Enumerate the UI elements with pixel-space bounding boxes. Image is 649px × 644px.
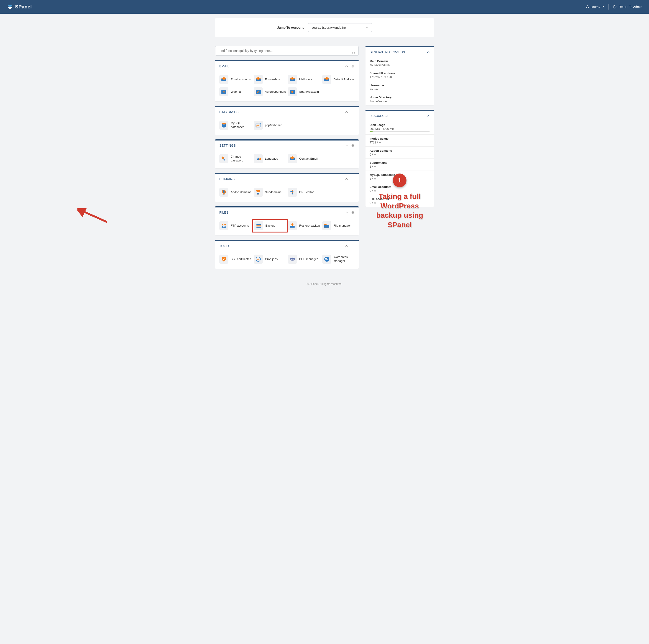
svg-text:php: php: [291, 258, 294, 260]
email-accounts[interactable]: Email accounts: [219, 75, 252, 84]
section-header: DOMAINS: [215, 174, 359, 184]
resources-header[interactable]: RESOURCES: [365, 111, 434, 121]
ftp-accounts[interactable]: FTP accounts: [219, 221, 252, 231]
return-to-admin-link[interactable]: Return To Admin: [613, 5, 642, 9]
mail-route[interactable]: Mail route: [288, 75, 320, 84]
move-icon[interactable]: [351, 65, 354, 68]
section-header: FILES: [215, 208, 359, 217]
svg-point-19: [224, 224, 226, 225]
autoresponders-icon: A: [254, 87, 263, 96]
move-icon[interactable]: [351, 244, 354, 248]
forwarders[interactable]: Forwarders: [254, 75, 286, 84]
resource-row: Disk usage202 MB / 4096 MB: [365, 121, 434, 134]
chevron-up-icon[interactable]: [345, 144, 348, 147]
fn-label: Mail route: [299, 78, 312, 82]
fn-label: Change password: [231, 155, 252, 163]
svg-rect-22: [256, 226, 261, 227]
language[interactable]: AALanguage: [254, 154, 286, 164]
language-icon: AA: [254, 154, 263, 163]
fn-label: SpamAssassin: [299, 90, 319, 94]
annotation: 1 Taking a full WordPress backup using S…: [365, 174, 434, 229]
default-address[interactable]: Default Address: [322, 75, 355, 84]
change-password-icon: [219, 154, 228, 163]
contact-email[interactable]: Contact Email: [288, 154, 320, 164]
section-title: SETTINGS: [219, 144, 236, 147]
svg-point-18: [222, 224, 223, 225]
move-icon[interactable]: [351, 177, 354, 181]
webmail[interactable]: @Webmail: [219, 87, 252, 97]
fn-label: Autoresponders: [265, 90, 286, 94]
progress-bar: [370, 131, 430, 132]
section-databases: DATABASES MySQL databasesphpphpMyAdmin: [215, 106, 359, 135]
section-email: EMAIL Email accountsForwardersMail route…: [215, 60, 359, 101]
header: SPanel sourav Return To Admin: [0, 0, 649, 14]
file-manager[interactable]: File manager: [322, 221, 355, 231]
section-title: FILES: [219, 211, 228, 214]
section-body: .comAddon domainssubSubdomainsDNS editor: [215, 184, 359, 202]
move-icon[interactable]: [351, 211, 354, 214]
fn-label: Default Address: [334, 78, 354, 82]
wordpress-manager-icon: W: [322, 255, 331, 264]
fn-label: File manager: [334, 224, 351, 228]
resource-row: Inodes usage7711 / ∞: [365, 134, 434, 146]
chevron-up-icon[interactable]: [345, 211, 348, 214]
section-title: TOOLS: [219, 244, 230, 248]
chevron-up-icon[interactable]: [345, 111, 348, 114]
resources-title: RESOURCES: [370, 114, 388, 118]
addon-domains[interactable]: .comAddon domains: [219, 187, 252, 197]
addon-domains-icon: .com: [219, 188, 228, 197]
change-password[interactable]: Change password: [219, 154, 252, 164]
logo[interactable]: SPanel: [7, 4, 32, 10]
php-manager-icon: php: [288, 255, 297, 264]
spamassassin[interactable]: SpamAssassin: [288, 87, 320, 97]
move-icon[interactable]: [351, 111, 354, 114]
user-menu[interactable]: sourav: [586, 5, 604, 9]
svg-rect-20: [256, 224, 261, 225]
section-body: SSL certificates24Cron jobsphpPHP manage…: [215, 251, 359, 269]
section-header: TOOLS: [215, 241, 359, 251]
phpmyadmin[interactable]: phpphpMyAdmin: [254, 120, 286, 130]
php-manager[interactable]: phpPHP manager: [288, 254, 320, 264]
general-info-header[interactable]: GENERAL INFORMATION: [365, 47, 434, 57]
backup[interactable]: Backup: [252, 219, 288, 232]
section-body: MySQL databasesphpphpMyAdmin: [215, 117, 359, 135]
dns-editor[interactable]: DNS editor: [288, 187, 320, 197]
file-manager-icon: [322, 221, 331, 230]
username-text: sourav: [591, 5, 600, 9]
chevron-up-icon[interactable]: [345, 244, 348, 248]
svg-text:php: php: [256, 124, 260, 127]
cron-jobs[interactable]: 24Cron jobs: [254, 254, 286, 264]
annotation-text: Taking a full WordPress backup using SPa…: [367, 192, 432, 229]
search-input[interactable]: [215, 46, 359, 55]
search-wrap: [215, 46, 359, 60]
resource-label: Subdomains: [370, 161, 430, 164]
webmail-icon: @: [219, 87, 228, 96]
ssl-certificates[interactable]: SSL certificates: [219, 254, 252, 264]
mysql-databases[interactable]: MySQL databases: [219, 120, 252, 130]
contact-email-icon: [288, 154, 297, 163]
move-icon[interactable]: [351, 144, 354, 147]
restore-backup[interactable]: Restore backup: [288, 221, 320, 231]
general-info-title: GENERAL INFORMATION: [370, 50, 405, 54]
svg-text:sub: sub: [257, 194, 259, 195]
info-label: Home Directory: [370, 96, 430, 99]
fn-label: SSL certificates: [231, 257, 251, 261]
chevron-up-icon[interactable]: [345, 65, 348, 68]
fn-label: MySQL databases: [231, 121, 252, 129]
annotation-badge: 1: [393, 174, 406, 187]
svg-point-17: [292, 193, 293, 195]
svg-rect-21: [256, 225, 261, 226]
divider: [608, 4, 609, 9]
subdomains[interactable]: subSubdomains: [254, 187, 286, 197]
svg-rect-24: [324, 225, 329, 228]
autoresponders[interactable]: AAutoresponders: [254, 87, 286, 97]
fn-label: FTP accounts: [231, 224, 249, 228]
chevron-up-icon[interactable]: [345, 177, 348, 181]
info-row: Shared IP address173.237.189.120: [365, 69, 434, 81]
account-selector[interactable]: sourav (souravkundu.in): [308, 23, 372, 32]
resource-value: 1 / ∞: [370, 165, 430, 168]
section-title: DOMAINS: [219, 177, 234, 181]
wordpress-manager[interactable]: WWordpress manager: [322, 254, 355, 264]
section-header: SETTINGS: [215, 140, 359, 151]
fn-label: Language: [265, 157, 278, 161]
